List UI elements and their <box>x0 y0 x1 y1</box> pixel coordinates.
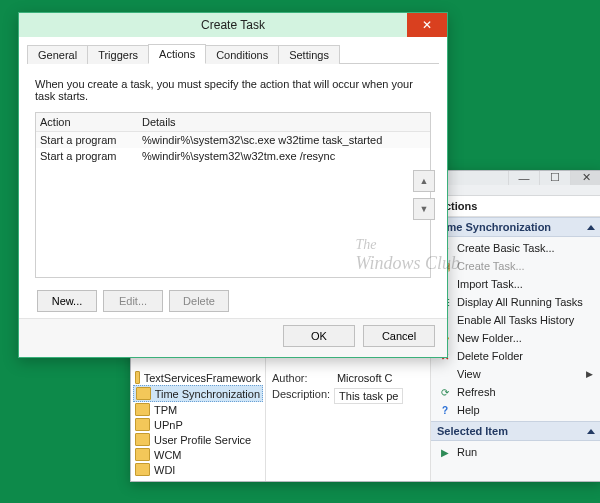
close-icon: ✕ <box>422 18 432 32</box>
maximize-icon: ☐ <box>550 171 560 184</box>
folder-icon <box>135 433 150 446</box>
minimize-button[interactable]: — <box>508 171 539 185</box>
cell-details: %windir%\system32\w32tm.exe /resync <box>140 150 430 162</box>
tsw-close-button[interactable]: ✕ <box>570 171 600 185</box>
submenu-arrow-icon: ▶ <box>586 369 593 379</box>
chevron-up-icon: ▲ <box>420 176 429 186</box>
tree-item[interactable]: WDI <box>133 462 263 477</box>
tabbar: General Triggers Actions Conditions Sett… <box>27 43 439 64</box>
dialog-close-button[interactable]: ✕ <box>407 13 447 37</box>
move-up-button[interactable]: ▲ <box>413 170 435 192</box>
maximize-button[interactable]: ☐ <box>539 171 570 185</box>
folder-icon <box>135 403 150 416</box>
tree-item[interactable]: UPnP <box>133 417 263 432</box>
action-create-task: ▦Create Task... <box>431 257 600 275</box>
table-row[interactable]: Start a program%windir%\system32\sc.exe … <box>36 132 430 148</box>
section-time-sync-label: Time Synchronization <box>437 221 551 233</box>
actions-listbox[interactable]: Action Details Start a program%windir%\s… <box>35 112 431 278</box>
tree-item[interactable]: Time Synchronization <box>133 385 263 402</box>
folder-icon <box>135 463 150 476</box>
tab-actions[interactable]: Actions <box>148 44 206 64</box>
delete-button[interactable]: Delete <box>169 290 229 312</box>
action-enable-history[interactable]: ✔Enable All Tasks History <box>431 311 600 329</box>
action-import-task[interactable]: Import Task... <box>431 275 600 293</box>
cell-action: Start a program <box>36 134 140 146</box>
move-down-button[interactable]: ▼ <box>413 198 435 220</box>
actions-pane-header: Actions <box>431 196 600 217</box>
new-button[interactable]: New... <box>37 290 97 312</box>
instruction-text: When you create a task, you must specify… <box>27 64 439 112</box>
tree-item-label: WDI <box>154 464 175 476</box>
cell-action: Start a program <box>36 150 140 162</box>
collapse-icon <box>587 225 595 230</box>
column-details: Details <box>140 116 430 128</box>
section-selected-item[interactable]: Selected Item <box>431 421 600 441</box>
dialog-titlebar: Create Task ✕ <box>19 13 447 37</box>
ok-button[interactable]: OK <box>283 325 355 347</box>
tree-item[interactable]: TextServicesFramework <box>133 370 263 385</box>
collapse-icon <box>587 429 595 434</box>
tree-item-label: User Profile Service <box>154 434 251 446</box>
play-icon: ▶ <box>439 446 451 458</box>
minimize-icon: — <box>519 172 530 184</box>
description-label: Description: <box>272 388 330 404</box>
action-run[interactable]: ▶Run <box>431 443 600 461</box>
action-new-folder[interactable]: ✚New Folder... <box>431 329 600 347</box>
tree-item-label: TextServicesFramework <box>144 372 261 384</box>
actions-pane: Actions Time Synchronization ✦Create Bas… <box>431 196 600 481</box>
column-action: Action <box>36 116 140 128</box>
section-selected-item-label: Selected Item <box>437 425 508 437</box>
tab-triggers[interactable]: Triggers <box>87 45 149 64</box>
refresh-icon: ⟳ <box>439 386 451 398</box>
tree-item[interactable]: TPM <box>133 402 263 417</box>
folder-icon <box>135 448 150 461</box>
folder-icon <box>136 387 151 400</box>
action-refresh[interactable]: ⟳Refresh <box>431 383 600 401</box>
selected-item-list: ▶Run <box>431 441 600 463</box>
author-value: Microsoft C <box>337 372 393 384</box>
action-help[interactable]: ?Help <box>431 401 600 419</box>
tab-conditions[interactable]: Conditions <box>205 45 279 64</box>
close-icon: ✕ <box>582 171 591 184</box>
description-value: This task pe <box>334 388 403 404</box>
dialog-title: Create Task <box>19 18 447 32</box>
actions-list: ✦Create Basic Task... ▦Create Task... Im… <box>431 237 600 421</box>
chevron-down-icon: ▼ <box>420 204 429 214</box>
view-icon <box>439 368 451 380</box>
action-view[interactable]: View▶ <box>431 365 600 383</box>
tree-item-label: UPnP <box>154 419 183 431</box>
author-label: Author: <box>272 372 307 384</box>
action-create-basic-task[interactable]: ✦Create Basic Task... <box>431 239 600 257</box>
tab-general[interactable]: General <box>27 45 88 64</box>
action-delete-folder[interactable]: ✕Delete Folder <box>431 347 600 365</box>
folder-icon <box>135 371 140 384</box>
tree-item-label: TPM <box>154 404 177 416</box>
tree-item[interactable]: WCM <box>133 447 263 462</box>
tab-settings[interactable]: Settings <box>278 45 340 64</box>
section-time-sync[interactable]: Time Synchronization <box>431 217 600 237</box>
create-task-dialog: Create Task ✕ General Triggers Actions C… <box>18 12 448 358</box>
tree-item[interactable]: User Profile Service <box>133 432 263 447</box>
folder-icon <box>135 418 150 431</box>
cancel-button[interactable]: Cancel <box>363 325 435 347</box>
tree-item-label: WCM <box>154 449 182 461</box>
tree-item-label: Time Synchronization <box>155 388 260 400</box>
cell-details: %windir%\system32\sc.exe w32time task_st… <box>140 134 430 146</box>
help-icon: ? <box>439 404 451 416</box>
action-display-all-running[interactable]: ☰Display All Running Tasks <box>431 293 600 311</box>
table-row[interactable]: Start a program%windir%\system32\w32tm.e… <box>36 148 430 164</box>
edit-button[interactable]: Edit... <box>103 290 163 312</box>
